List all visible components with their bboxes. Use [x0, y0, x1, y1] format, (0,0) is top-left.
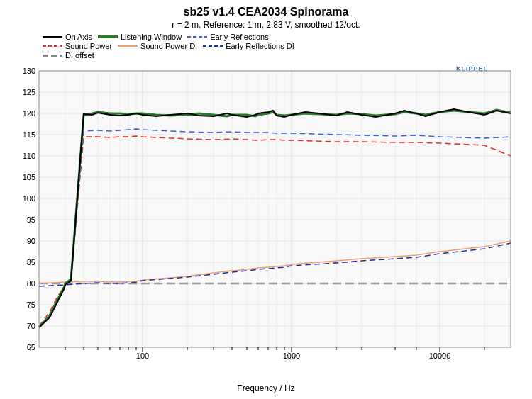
chart-container: sb25 v1.4 CEA2034 Spinorama r = 2 m, Ref…: [0, 0, 532, 399]
x-axis-labels: 100 1000 10000: [136, 352, 450, 360]
svg-text:100: 100: [23, 194, 35, 203]
svg-text:115: 115: [23, 130, 35, 139]
svg-text:1000: 1000: [283, 352, 300, 360]
chart-svg: 130 125 120 115 110 105 100 95 90 85 80 …: [0, 0, 532, 399]
svg-text:90: 90: [27, 237, 35, 245]
svg-text:70: 70: [27, 322, 35, 330]
svg-text:80: 80: [27, 279, 35, 288]
svg-text:85: 85: [27, 258, 35, 266]
svg-text:120: 120: [23, 109, 35, 118]
svg-text:10000: 10000: [429, 352, 451, 360]
svg-text:100: 100: [136, 352, 149, 360]
svg-text:125: 125: [23, 88, 35, 96]
x-axis-ticks: [65, 347, 484, 352]
svg-text:130: 130: [23, 67, 35, 75]
svg-text:75: 75: [27, 300, 35, 309]
svg-text:65: 65: [27, 343, 35, 352]
y-axis-labels: 130 125 120 115 110 105 100 95 90 85 80 …: [23, 67, 35, 352]
svg-text:95: 95: [27, 215, 35, 224]
svg-text:105: 105: [23, 173, 35, 181]
svg-text:110: 110: [23, 152, 35, 160]
